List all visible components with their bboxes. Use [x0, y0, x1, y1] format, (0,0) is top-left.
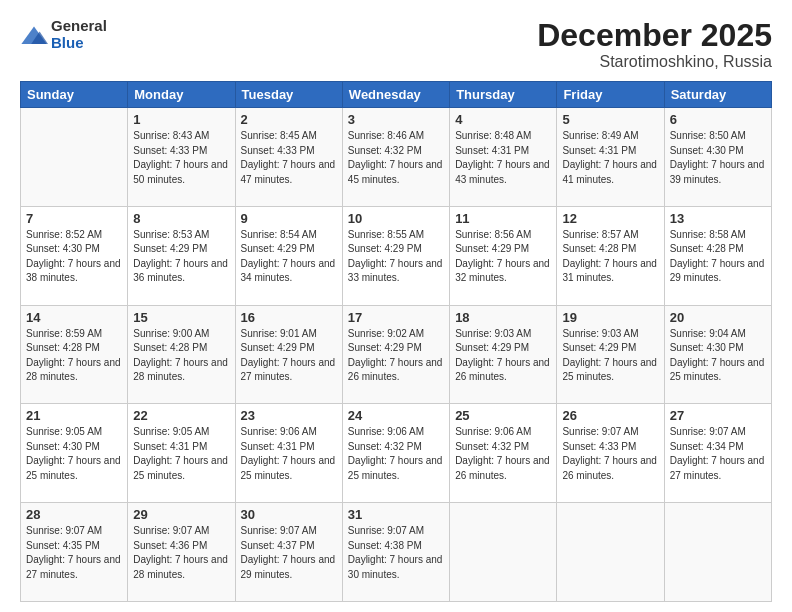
- cell-info: Sunrise: 9:06 AMSunset: 4:31 PMDaylight:…: [241, 426, 336, 481]
- calendar-header-row: SundayMondayTuesdayWednesdayThursdayFrid…: [21, 82, 772, 108]
- calendar-cell: 18Sunrise: 9:03 AMSunset: 4:29 PMDayligh…: [450, 305, 557, 404]
- cell-info: Sunrise: 8:46 AMSunset: 4:32 PMDaylight:…: [348, 130, 443, 185]
- calendar-cell: 12Sunrise: 8:57 AMSunset: 4:28 PMDayligh…: [557, 206, 664, 305]
- day-number: 8: [133, 211, 229, 226]
- cell-info: Sunrise: 9:01 AMSunset: 4:29 PMDaylight:…: [241, 328, 336, 383]
- cell-info: Sunrise: 9:04 AMSunset: 4:30 PMDaylight:…: [670, 328, 765, 383]
- logo: General Blue: [20, 18, 107, 51]
- day-number: 12: [562, 211, 658, 226]
- cell-info: Sunrise: 8:52 AMSunset: 4:30 PMDaylight:…: [26, 229, 121, 284]
- cell-info: Sunrise: 8:55 AMSunset: 4:29 PMDaylight:…: [348, 229, 443, 284]
- cell-info: Sunrise: 9:06 AMSunset: 4:32 PMDaylight:…: [455, 426, 550, 481]
- day-number: 25: [455, 408, 551, 423]
- calendar-cell: 3Sunrise: 8:46 AMSunset: 4:32 PMDaylight…: [342, 108, 449, 207]
- calendar-cell: 4Sunrise: 8:48 AMSunset: 4:31 PMDaylight…: [450, 108, 557, 207]
- calendar-cell: 25Sunrise: 9:06 AMSunset: 4:32 PMDayligh…: [450, 404, 557, 503]
- day-number: 4: [455, 112, 551, 127]
- cell-info: Sunrise: 8:50 AMSunset: 4:30 PMDaylight:…: [670, 130, 765, 185]
- day-number: 10: [348, 211, 444, 226]
- day-number: 3: [348, 112, 444, 127]
- cell-info: Sunrise: 8:57 AMSunset: 4:28 PMDaylight:…: [562, 229, 657, 284]
- day-number: 18: [455, 310, 551, 325]
- day-number: 13: [670, 211, 766, 226]
- cell-info: Sunrise: 9:02 AMSunset: 4:29 PMDaylight:…: [348, 328, 443, 383]
- calendar-cell: 30Sunrise: 9:07 AMSunset: 4:37 PMDayligh…: [235, 503, 342, 602]
- calendar-cell: 15Sunrise: 9:00 AMSunset: 4:28 PMDayligh…: [128, 305, 235, 404]
- title-section: December 2025 Starotimoshkino, Russia: [537, 18, 772, 71]
- calendar-cell: 22Sunrise: 9:05 AMSunset: 4:31 PMDayligh…: [128, 404, 235, 503]
- day-number: 5: [562, 112, 658, 127]
- cell-info: Sunrise: 9:03 AMSunset: 4:29 PMDaylight:…: [455, 328, 550, 383]
- calendar-col-saturday: Saturday: [664, 82, 771, 108]
- calendar-cell: 7Sunrise: 8:52 AMSunset: 4:30 PMDaylight…: [21, 206, 128, 305]
- calendar-cell: [450, 503, 557, 602]
- day-number: 19: [562, 310, 658, 325]
- cell-info: Sunrise: 9:00 AMSunset: 4:28 PMDaylight:…: [133, 328, 228, 383]
- calendar-cell: 17Sunrise: 9:02 AMSunset: 4:29 PMDayligh…: [342, 305, 449, 404]
- calendar-cell: 14Sunrise: 8:59 AMSunset: 4:28 PMDayligh…: [21, 305, 128, 404]
- calendar-col-thursday: Thursday: [450, 82, 557, 108]
- calendar-cell: 9Sunrise: 8:54 AMSunset: 4:29 PMDaylight…: [235, 206, 342, 305]
- day-number: 11: [455, 211, 551, 226]
- cell-info: Sunrise: 8:45 AMSunset: 4:33 PMDaylight:…: [241, 130, 336, 185]
- calendar-cell: 16Sunrise: 9:01 AMSunset: 4:29 PMDayligh…: [235, 305, 342, 404]
- cell-info: Sunrise: 8:58 AMSunset: 4:28 PMDaylight:…: [670, 229, 765, 284]
- day-number: 26: [562, 408, 658, 423]
- day-number: 29: [133, 507, 229, 522]
- calendar-cell: [557, 503, 664, 602]
- cell-info: Sunrise: 9:07 AMSunset: 4:34 PMDaylight:…: [670, 426, 765, 481]
- calendar-col-wednesday: Wednesday: [342, 82, 449, 108]
- cell-info: Sunrise: 9:07 AMSunset: 4:35 PMDaylight:…: [26, 525, 121, 580]
- calendar-cell: 8Sunrise: 8:53 AMSunset: 4:29 PMDaylight…: [128, 206, 235, 305]
- day-number: 17: [348, 310, 444, 325]
- logo-blue-text: Blue: [51, 34, 84, 51]
- cell-info: Sunrise: 9:06 AMSunset: 4:32 PMDaylight:…: [348, 426, 443, 481]
- day-number: 23: [241, 408, 337, 423]
- cell-info: Sunrise: 9:05 AMSunset: 4:30 PMDaylight:…: [26, 426, 121, 481]
- day-number: 1: [133, 112, 229, 127]
- cell-info: Sunrise: 8:56 AMSunset: 4:29 PMDaylight:…: [455, 229, 550, 284]
- day-number: 6: [670, 112, 766, 127]
- calendar-col-monday: Monday: [128, 82, 235, 108]
- logo-icon: [20, 23, 48, 51]
- page: General Blue December 2025 Starotimoshki…: [0, 0, 792, 612]
- calendar-cell: 31Sunrise: 9:07 AMSunset: 4:38 PMDayligh…: [342, 503, 449, 602]
- calendar-cell: 24Sunrise: 9:06 AMSunset: 4:32 PMDayligh…: [342, 404, 449, 503]
- main-title: December 2025: [537, 18, 772, 53]
- calendar-cell: 29Sunrise: 9:07 AMSunset: 4:36 PMDayligh…: [128, 503, 235, 602]
- day-number: 21: [26, 408, 122, 423]
- cell-info: Sunrise: 9:07 AMSunset: 4:33 PMDaylight:…: [562, 426, 657, 481]
- cell-info: Sunrise: 8:43 AMSunset: 4:33 PMDaylight:…: [133, 130, 228, 185]
- cell-info: Sunrise: 9:03 AMSunset: 4:29 PMDaylight:…: [562, 328, 657, 383]
- calendar-cell: [21, 108, 128, 207]
- day-number: 24: [348, 408, 444, 423]
- calendar-cell: [664, 503, 771, 602]
- cell-info: Sunrise: 8:49 AMSunset: 4:31 PMDaylight:…: [562, 130, 657, 185]
- calendar-cell: 21Sunrise: 9:05 AMSunset: 4:30 PMDayligh…: [21, 404, 128, 503]
- calendar-row-2: 14Sunrise: 8:59 AMSunset: 4:28 PMDayligh…: [21, 305, 772, 404]
- cell-info: Sunrise: 8:48 AMSunset: 4:31 PMDaylight:…: [455, 130, 550, 185]
- day-number: 16: [241, 310, 337, 325]
- day-number: 27: [670, 408, 766, 423]
- calendar-cell: 19Sunrise: 9:03 AMSunset: 4:29 PMDayligh…: [557, 305, 664, 404]
- calendar-cell: 5Sunrise: 8:49 AMSunset: 4:31 PMDaylight…: [557, 108, 664, 207]
- calendar-row-3: 21Sunrise: 9:05 AMSunset: 4:30 PMDayligh…: [21, 404, 772, 503]
- calendar-cell: 13Sunrise: 8:58 AMSunset: 4:28 PMDayligh…: [664, 206, 771, 305]
- cell-info: Sunrise: 8:54 AMSunset: 4:29 PMDaylight:…: [241, 229, 336, 284]
- calendar-cell: 1Sunrise: 8:43 AMSunset: 4:33 PMDaylight…: [128, 108, 235, 207]
- cell-info: Sunrise: 9:07 AMSunset: 4:37 PMDaylight:…: [241, 525, 336, 580]
- day-number: 7: [26, 211, 122, 226]
- calendar-cell: 2Sunrise: 8:45 AMSunset: 4:33 PMDaylight…: [235, 108, 342, 207]
- calendar-cell: 11Sunrise: 8:56 AMSunset: 4:29 PMDayligh…: [450, 206, 557, 305]
- cell-info: Sunrise: 9:07 AMSunset: 4:36 PMDaylight:…: [133, 525, 228, 580]
- day-number: 31: [348, 507, 444, 522]
- calendar-cell: 26Sunrise: 9:07 AMSunset: 4:33 PMDayligh…: [557, 404, 664, 503]
- calendar-cell: 23Sunrise: 9:06 AMSunset: 4:31 PMDayligh…: [235, 404, 342, 503]
- calendar-table: SundayMondayTuesdayWednesdayThursdayFrid…: [20, 81, 772, 602]
- day-number: 2: [241, 112, 337, 127]
- calendar-row-1: 7Sunrise: 8:52 AMSunset: 4:30 PMDaylight…: [21, 206, 772, 305]
- calendar-row-4: 28Sunrise: 9:07 AMSunset: 4:35 PMDayligh…: [21, 503, 772, 602]
- header: General Blue December 2025 Starotimoshki…: [20, 18, 772, 71]
- calendar-col-friday: Friday: [557, 82, 664, 108]
- cell-info: Sunrise: 9:05 AMSunset: 4:31 PMDaylight:…: [133, 426, 228, 481]
